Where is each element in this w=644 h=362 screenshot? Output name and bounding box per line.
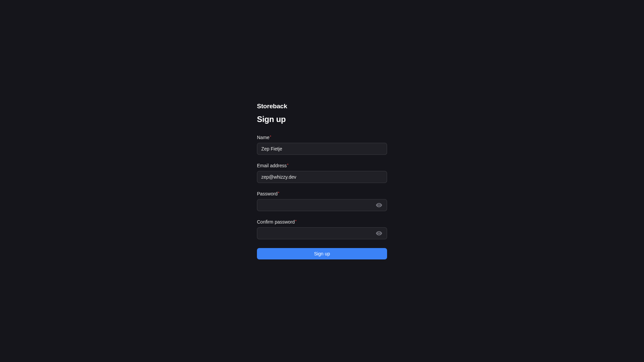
eye-icon: [376, 202, 382, 208]
required-asterisk: *: [278, 191, 279, 195]
email-field-group: Email address*: [257, 163, 387, 183]
toggle-confirm-password-visibility-button[interactable]: [374, 229, 384, 238]
toggle-password-visibility-button[interactable]: [374, 200, 384, 210]
signup-button[interactable]: Sign up: [257, 248, 387, 259]
password-field-group: Password*: [257, 191, 387, 211]
page-title: Sign up: [257, 115, 387, 124]
name-label: Name*: [257, 135, 387, 140]
email-input[interactable]: [257, 171, 387, 183]
confirm-password-input[interactable]: [257, 227, 387, 239]
brand-name: Storeback: [257, 103, 387, 110]
confirm-password-input-wrapper: [257, 227, 387, 239]
confirm-password-field-group: Confirm password*: [257, 219, 387, 239]
password-label: Password*: [257, 191, 387, 196]
name-field-group: Name*: [257, 135, 387, 155]
signup-form: Storeback Sign up Name* Email address* P…: [257, 103, 387, 259]
required-asterisk: *: [295, 219, 297, 223]
required-asterisk: *: [287, 163, 288, 167]
name-label-text: Name: [257, 135, 269, 140]
password-input-wrapper: [257, 199, 387, 211]
email-label-text: Email address: [257, 163, 287, 168]
email-label: Email address*: [257, 163, 387, 168]
name-input-wrapper: [257, 143, 387, 155]
email-input-wrapper: [257, 171, 387, 183]
name-input[interactable]: [257, 143, 387, 155]
confirm-password-label-text: Confirm password: [257, 219, 295, 225]
password-label-text: Password: [257, 191, 277, 196]
confirm-password-label: Confirm password*: [257, 219, 387, 225]
password-input[interactable]: [257, 199, 387, 211]
eye-icon: [376, 230, 382, 237]
required-asterisk: *: [270, 135, 271, 139]
